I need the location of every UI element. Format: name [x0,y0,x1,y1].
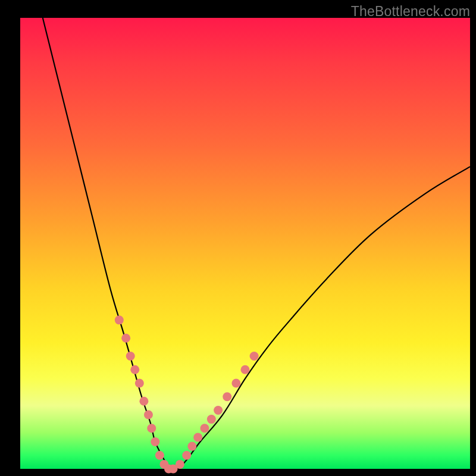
highlight-dot [144,411,153,419]
highlight-dots [115,315,259,473]
curve-svg [20,18,470,469]
highlight-dot [241,365,250,374]
highlight-dot [176,460,184,469]
highlight-dot [250,352,259,361]
highlight-dot [207,415,216,424]
highlight-dot [147,424,156,433]
highlight-dot [135,378,144,387]
highlight-dot [182,451,191,460]
highlight-dot [121,334,130,343]
highlight-dot [139,397,148,406]
highlight-dot [187,442,196,451]
plot-area [20,18,470,469]
highlight-dot [115,315,124,324]
watermark-text: TheBottleneck.com [351,4,470,20]
highlight-dot [231,378,240,387]
highlight-dot [223,392,231,401]
highlight-dot [130,365,139,374]
highlight-dot [214,406,223,415]
highlight-dot [193,433,202,441]
bottleneck-curve [43,18,470,470]
chart-frame: TheBottleneck.com [0,0,476,476]
highlight-dot [151,437,159,446]
highlight-dot [155,451,164,460]
highlight-dot [126,352,135,361]
highlight-dot [200,424,209,433]
